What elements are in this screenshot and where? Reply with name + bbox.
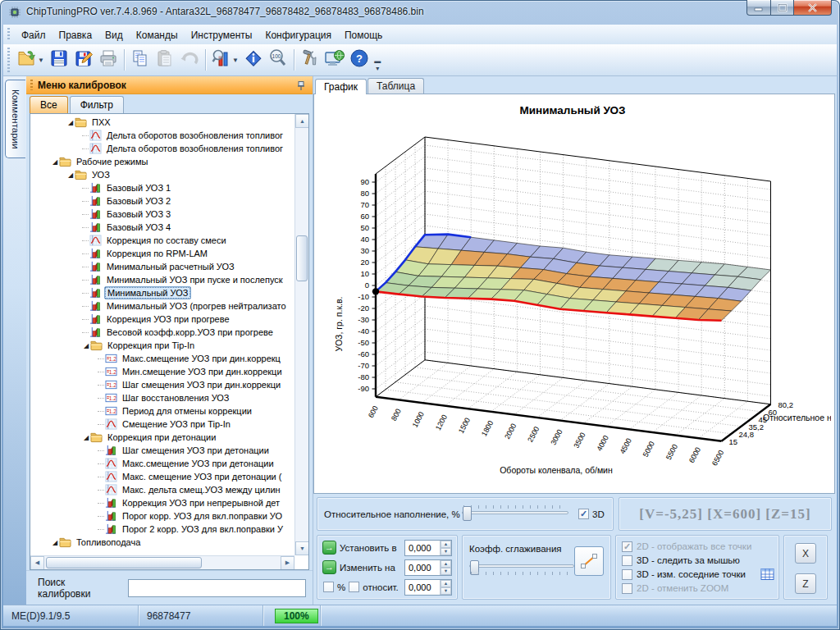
tree-item[interactable]: Дельта оборотов возобновления топливог [30,129,294,142]
tree-item[interactable]: Весовой коэфф.корр.УОЗ при прогреве [30,326,294,339]
x-axis-button[interactable]: X [795,543,816,564]
tree-item[interactable]: Минимальный УОЗ при пуске и послепуск [30,273,294,286]
help-button[interactable]: ? [347,47,372,73]
tree-expander-icon[interactable]: ◢ [51,158,59,166]
smooth-apply-button[interactable] [574,546,604,576]
tree-expander-icon[interactable]: ◢ [82,434,90,441]
tree-item[interactable]: ◢ПХХ [30,116,294,129]
display-option-checkbox[interactable] [622,555,632,566]
change-by-input[interactable]: 0,000▲▼ [404,559,452,576]
spin-down-icon[interactable]: ▼ [441,548,451,555]
spin-up-icon[interactable]: ▲ [441,580,451,587]
slider-thumb[interactable] [463,506,472,521]
tree-item[interactable]: Базовый УОЗ 4 [30,221,294,234]
menu-item-6[interactable]: Конфигурация [258,27,338,43]
web-button[interactable] [322,47,347,73]
tree-item[interactable]: Минимальный УОЗ (прогрев нейтрализато [30,299,294,313]
menu-item-1[interactable]: Файл [15,27,52,43]
relative-checkbox[interactable] [349,582,359,592]
tree-item[interactable]: ◢Коррекция при детонации [30,431,294,444]
calibration-search-input[interactable] [128,579,306,597]
comments-tab[interactable]: Комментарии [5,80,25,158]
spin-down-icon[interactable]: ▼ [441,568,451,575]
spin-up-icon[interactable]: ▲ [441,541,451,548]
minimize-button[interactable] [746,0,771,16]
toolbar-overflow-button[interactable]: ▬▾ [373,48,382,72]
percent-checkbox[interactable] [323,582,334,592]
tree-item[interactable]: Порог 2 корр. УОЗ для вкл.поправки У [30,523,294,536]
scroll-down-icon[interactable]: ▼ [295,541,309,555]
copy-button[interactable] [128,47,153,73]
open-button[interactable] [15,47,39,73]
menu-item-5[interactable]: Инструменты [185,27,259,43]
tab-graph[interactable]: График [315,79,367,94]
tools-button[interactable] [298,47,322,73]
tree-item[interactable]: Базовый УОЗ 1 [30,181,294,194]
close-button[interactable] [794,0,832,16]
tree-item[interactable]: Минимальный УОЗ [30,286,294,299]
scroll-thumb[interactable] [46,557,202,568]
tree-item[interactable]: 1.2Шаг восстановления УОЗ [30,391,294,404]
spin-down-icon[interactable]: ▼ [441,587,451,595]
menu-item-7[interactable]: Помощь [338,27,389,43]
load-slider[interactable] [462,504,568,525]
menu-item-4[interactable]: Команды [130,27,185,43]
tree-item[interactable]: Коррекция УОЗ при прогреве [30,313,294,326]
tree-item[interactable]: Коррекция по составу смеси [30,234,294,247]
display-option-checkbox[interactable] [622,569,632,580]
maximize-button[interactable] [771,0,794,16]
slider-track[interactable] [462,511,568,514]
tab-table[interactable]: Таблица [368,78,424,94]
print-button[interactable] [96,47,121,73]
zoom-100-button[interactable]: 100 [266,47,290,73]
tree-horizontal-scrollbar[interactable]: ◀ ▶ [30,555,294,569]
spin-up-icon[interactable]: ▲ [441,560,451,568]
3d-checkbox[interactable]: ✓ [578,509,589,519]
pin-icon[interactable] [296,80,306,94]
smoothing-slider[interactable] [469,560,574,582]
tab-all[interactable]: Все [30,96,68,113]
tree-item[interactable]: 1.2Шаг смещения УОЗ при дин.коррекци [30,378,294,391]
relative-input[interactable]: 0,000▲▼ [404,579,452,596]
tree-item[interactable]: ◢Коррекция при Tip-In [30,339,294,352]
tree-item[interactable]: Порог корр. УОЗ для вкл.поправки УО [30,509,294,523]
tree-item[interactable]: Макс. дельта смещ.УОЗ между цилин [30,483,294,496]
tree-item[interactable]: Базовый УОЗ 3 [30,208,294,221]
apply-set-button[interactable]: → [322,541,336,555]
menu-item-2[interactable]: Правка [52,27,99,43]
tree-item[interactable]: 1.2Макс.смещение УОЗ при дин.коррекц [30,352,294,365]
tree-item[interactable]: 1.2Мин.смещение УОЗ при дин.коррекци [30,365,294,378]
chart-mode-button[interactable] [209,47,234,73]
tree-item[interactable]: Коррекция по RPM-LAM [30,247,294,260]
slider-track[interactable] [469,564,574,568]
menu-item-3[interactable]: Вид [98,27,130,43]
tree-expander-icon[interactable]: ◢ [82,342,90,349]
scroll-right-icon[interactable]: ▶ [281,556,294,570]
tab-filter[interactable]: Фильтр [70,96,124,113]
tree-item[interactable]: Макс. смещение УОЗ при детонации ( [30,470,294,483]
z-axis-button[interactable]: Z [795,573,816,594]
surface-chart[interactable]: 9080706050403020100-10-20-30-40-50-60-70… [314,94,831,494]
tree-expander-icon[interactable]: ◢ [51,539,59,546]
save-button[interactable] [47,47,71,73]
tree-item[interactable]: ◢Топливоподача [30,536,294,549]
apply-change-button[interactable]: → [322,560,336,574]
tree-item[interactable]: Смещение УОЗ при Tip-In [30,418,294,431]
tree-vertical-scrollbar[interactable]: ▲ ▼ [294,114,308,555]
info-button[interactable] [241,47,266,73]
scroll-left-icon[interactable]: ◀ [30,556,44,570]
set-to-input[interactable]: 0,000▲▼ [404,540,452,556]
tree-item[interactable]: Дельта оборотов возобновления топливог [30,142,294,155]
tree-item[interactable]: Шаг смещения УОЗ при детонации [30,444,294,457]
tree-expander-icon[interactable]: ◢ [66,119,75,126]
scroll-up-icon[interactable]: ▲ [295,114,309,128]
tree-item[interactable]: Коррекция УОЗ при непрерывной дет [30,496,294,509]
scroll-thumb[interactable] [296,235,308,281]
tree-item[interactable]: 1.2Период для отмены коррекции [30,404,294,418]
title-bar[interactable]: ChipTuningPRO ver.7.4.8.969 - Antara32L_… [0,0,840,25]
grid-table-icon[interactable] [760,568,774,584]
save-as-button[interactable] [71,47,96,73]
tree-item[interactable]: Минимальный расчетный УОЗ [30,260,294,273]
tree-item[interactable]: Базовый УОЗ 2 [30,194,294,208]
tree-expander-icon[interactable]: ◢ [66,171,75,179]
